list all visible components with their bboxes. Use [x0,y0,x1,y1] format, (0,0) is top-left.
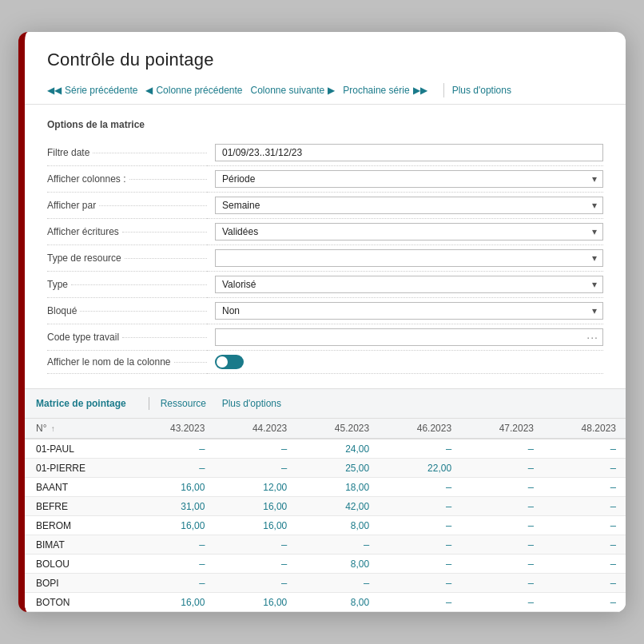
cell-value: – [461,555,543,574]
table-row: BEROM16,0016,008,00––– [25,516,626,535]
cell-value: – [461,535,543,555]
cell-value: 16,00 [132,516,214,535]
dash-icon: – [199,558,205,570]
dash-icon: – [364,577,369,589]
dash-icon: – [446,539,451,551]
cell-value: – [543,516,626,535]
filtre-date-input[interactable] [215,144,603,161]
cell-value: – [543,459,626,478]
dash-icon: – [446,519,451,531]
cell-value: – [214,574,296,593]
cell-value: – [461,478,543,497]
cell-value: – [214,439,296,459]
tab-ressource[interactable]: Ressource [161,398,206,409]
cell-value: – [543,593,626,612]
afficher-par-label: Afficher par [47,193,207,219]
col-header-43: 43.2023 [132,419,214,439]
afficher-colonnes-label: Afficher colonnes : [47,166,207,193]
colonne-precedente-button[interactable]: ◀ Colonne précédente [145,83,250,97]
table-row: BOLOU––8,00––– [25,555,626,574]
cell-id: BEROM [25,516,132,535]
dash-icon: – [281,462,287,474]
type-wrapper: Valorisé Non valorisé [215,276,603,293]
tab-matrice-pointage[interactable]: Matrice de pointage [36,398,137,409]
cell-value: – [214,459,296,478]
left-arrow-icon: ◀ [145,85,153,96]
cell-value: 16,00 [132,593,214,612]
code-type-travail-label: Code type travail [47,324,207,351]
dash-icon: – [528,500,534,512]
dash-icon: – [446,596,451,608]
col-header-id[interactable]: N° ↑ [25,419,132,439]
dash-icon: – [528,481,534,493]
cell-value: – [461,574,543,593]
afficher-colonnes-select[interactable]: Période Semaine Mois [215,170,603,188]
afficher-ecritures-wrapper: Validées Toutes Non validées [215,223,603,241]
cell-value: – [214,555,296,574]
dash-icon: – [528,558,534,570]
dash-icon: – [528,462,534,474]
dash-icon: – [610,481,616,493]
filtre-date-label: Filtre date [47,140,207,166]
bloque-label: Bloqué [47,298,207,324]
code-type-travail-field [207,324,603,351]
dash-icon: – [199,577,205,589]
table-row: 01-PIERRE––25,0022,00–– [25,459,626,478]
cell-value: – [132,439,214,459]
dash-icon: – [528,519,534,531]
title-bar: Contrôle du pointage [25,32,626,78]
cell-value: – [379,478,461,497]
table-toolbar: Matrice de pointage Ressource Plus d'opt… [25,389,626,419]
matrix-table: N° ↑ 43.2023 44.2023 45.2023 46.2023 47.… [25,419,626,612]
type-resource-select[interactable]: Humain Machine [215,249,603,267]
cell-id: BIMAT [25,535,132,555]
cell-value: – [461,439,543,459]
dash-icon: – [528,539,534,551]
serie-precedente-button[interactable]: ◀◀ Série précédente [47,83,145,97]
cell-value: – [543,574,626,593]
dash-icon: – [528,577,534,589]
filtre-date-field [207,140,603,166]
bloque-select[interactable]: Non Oui [215,302,603,320]
dash-icon: – [610,443,616,455]
double-left-arrow-icon: ◀◀ [47,85,62,96]
cell-value: – [379,497,461,516]
col-header-47: 47.2023 [461,419,543,439]
cell-value: 16,00 [132,478,214,497]
code-type-travail-wrapper [215,328,603,346]
col-header-48: 48.2023 [543,419,626,439]
afficher-par-select[interactable]: Semaine Mois Période [215,197,603,214]
afficher-colonnes-field: Période Semaine Mois [207,166,603,193]
cell-value: – [379,439,461,459]
cell-value: 8,00 [296,593,379,612]
cell-value: – [379,535,461,555]
type-field: Valorisé Non valorisé [207,272,603,298]
type-resource-label: Type de resource [47,245,207,272]
table-row: BAANT16,0012,0018,00––– [25,478,626,497]
cell-value: – [461,459,543,478]
colonne-suivante-button[interactable]: Colonne suivante ▶ [251,83,344,97]
cell-value: – [296,574,379,593]
cell-value: – [132,574,214,593]
cell-value: – [214,535,296,555]
cell-value: – [379,574,461,593]
type-select[interactable]: Valorisé Non valorisé [215,276,603,293]
cell-value: 42,00 [296,497,379,516]
section-title: Options de la matrice [47,119,603,130]
afficher-nom-colonne-field [207,351,603,374]
afficher-ecritures-select[interactable]: Validées Toutes Non validées [215,223,603,241]
code-type-travail-input[interactable] [215,328,603,346]
afficher-colonnes-wrapper: Période Semaine Mois [215,170,603,188]
afficher-nom-colonne-toggle[interactable] [215,355,244,369]
cell-value: – [296,535,379,555]
plus-options-button[interactable]: Plus d'options [452,83,519,97]
prochaine-serie-button[interactable]: Prochaine série ▶▶ [343,83,435,97]
cell-value: – [543,535,626,555]
cell-id: BAANT [25,478,132,497]
table-header-row: N° ↑ 43.2023 44.2023 45.2023 46.2023 47.… [25,419,626,439]
cell-value: 8,00 [296,516,379,535]
tab-plus-options[interactable]: Plus d'options [222,398,281,409]
dash-icon: – [281,443,287,455]
cell-value: 16,00 [214,497,296,516]
cell-value: – [132,459,214,478]
